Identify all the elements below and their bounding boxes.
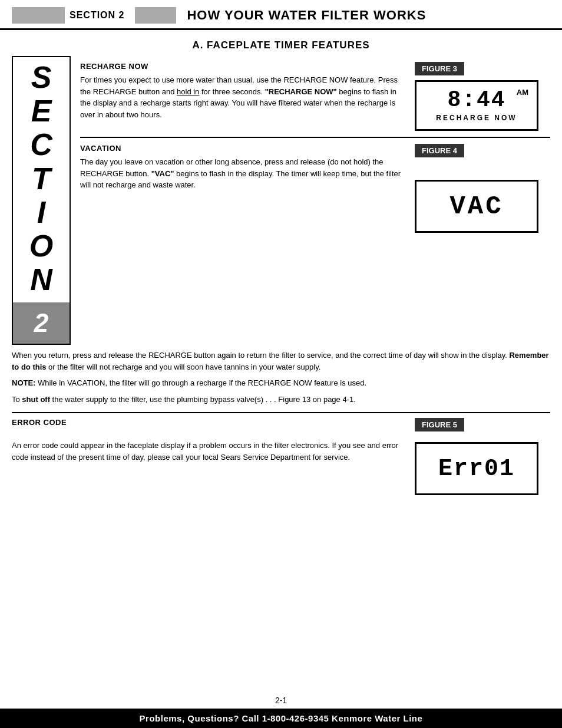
- recharge-now-text: RECHARGE NOW For times you expect to use…: [80, 62, 403, 131]
- vacation-heading: VACATION: [80, 144, 403, 153]
- header-title: HOW YOUR WATER FILTER WORKS: [187, 8, 426, 23]
- error-code-section: ERROR CODE An error code could appear in…: [0, 413, 562, 500]
- figure-5-badge: FIGURE 5: [415, 418, 464, 431]
- section-a-title: A. FACEPLATE TIMER FEATURES: [0, 30, 562, 56]
- sidebar-number: 2: [13, 308, 70, 338]
- figure-5-display: Err01: [415, 442, 538, 495]
- page-number: 2-1: [0, 692, 562, 709]
- header-section-label: SECTION 2: [70, 10, 124, 21]
- display-err: Err01: [438, 456, 515, 482]
- recharge-now-body: For times you expect to use more water t…: [80, 74, 403, 120]
- sidebar-letters: S E C T I O N: [13, 57, 70, 300]
- vacation-full-text: When you return, press and release the R…: [0, 345, 562, 412]
- sidebar-letter-c: C: [13, 128, 70, 162]
- sidebar-letter-t: T: [13, 162, 70, 196]
- note-bold: NOTE:: [12, 378, 35, 387]
- footer-contact: Problems, Questions? Call 1-800-426-9345…: [0, 709, 562, 728]
- display-vac: VAC: [449, 192, 503, 221]
- sidebar-letter-o: O: [13, 229, 70, 263]
- vacation-figure: FIGURE 4 VAC: [415, 144, 550, 233]
- error-row: ERROR CODE An error code could appear in…: [12, 418, 550, 495]
- error-code-body: An error code could appear in the facepl…: [12, 440, 403, 463]
- underline-hold: hold in: [177, 87, 199, 96]
- remember-bold: Remember to do this: [12, 351, 549, 371]
- sidebar-letter-n: N: [13, 263, 70, 297]
- content-area: RECHARGE NOW For times you expect to use…: [80, 56, 550, 345]
- vacation-para-2: NOTE: While in VACATION, the filter will…: [12, 377, 550, 389]
- header-gray-bar-right: [135, 7, 176, 24]
- recharge-now-heading: RECHARGE NOW: [80, 62, 403, 71]
- page-header: SECTION 2 HOW YOUR WATER FILTER WORKS: [0, 0, 562, 30]
- sidebar-letter-e: E: [13, 94, 70, 128]
- shutoff-bold: shut off: [22, 395, 50, 404]
- recharge-now-figure: FIGURE 3 AM 8:44 RECHARGE NOW: [415, 62, 550, 131]
- sidebar-letter-i: I: [13, 196, 70, 229]
- display-am-label: AM: [517, 88, 528, 97]
- vac-bold: "VAC": [151, 169, 174, 178]
- sidebar-number-box: 2: [13, 302, 70, 344]
- error-figure: FIGURE 5 Err01: [415, 418, 550, 495]
- display-recharge-label: RECHARGE NOW: [436, 114, 517, 122]
- figure-3-display: AM 8:44 RECHARGE NOW: [415, 80, 538, 131]
- recharge-now-row: RECHARGE NOW For times you expect to use…: [80, 56, 550, 138]
- main-content: S E C T I O N 2 RECHARGE NOW For times y…: [0, 56, 562, 345]
- figure-4-display: VAC: [415, 180, 538, 233]
- display-time: 8:44: [447, 89, 505, 111]
- sidebar: S E C T I O N 2: [12, 56, 71, 345]
- vacation-body: The day you leave on vacation or other l…: [80, 156, 403, 191]
- error-code-heading: ERROR CODE: [12, 418, 403, 427]
- error-text: ERROR CODE An error code could appear in…: [12, 418, 403, 495]
- figure-3-badge: FIGURE 3: [415, 62, 464, 75]
- figure-4-badge: FIGURE 4: [415, 144, 464, 157]
- vacation-para-3: To shut off the water supply to the filt…: [12, 394, 550, 406]
- vacation-row: VACATION The day you leave on vacation o…: [80, 138, 550, 239]
- sidebar-letter-s: S: [13, 61, 70, 94]
- recharge-bold: "RECHARGE NOW": [265, 87, 337, 96]
- vacation-para-1: When you return, press and release the R…: [12, 350, 550, 373]
- vacation-text: VACATION The day you leave on vacation o…: [80, 144, 403, 233]
- page-footer: 2-1 Problems, Questions? Call 1-800-426-…: [0, 692, 562, 728]
- header-section-badge: SECTION 2 HOW YOUR WATER FILTER WORKS: [12, 7, 426, 24]
- header-gray-bar-left: [12, 7, 65, 24]
